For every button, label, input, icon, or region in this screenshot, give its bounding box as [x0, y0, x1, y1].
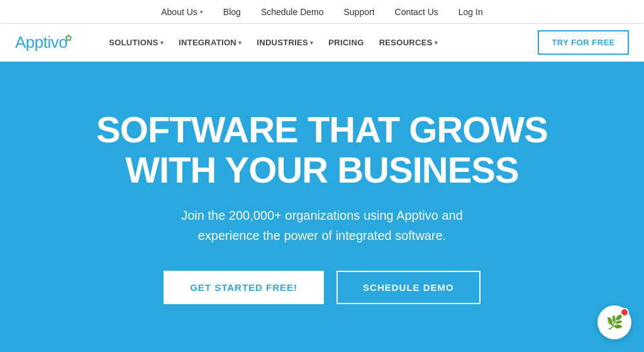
chevron-down-icon: ▾ [200, 9, 203, 15]
topbar-link-blog[interactable]: Blog [223, 7, 241, 17]
top-utility-bar: About Us ▾ Blog Schedule Demo Support Co… [0, 0, 644, 24]
chat-notification-dot [620, 308, 629, 317]
try-for-free-button[interactable]: TRY FOR FREE [538, 30, 629, 55]
logo-text: Apptivo [15, 33, 67, 52]
chat-leaf-icon: 🌿 [606, 314, 623, 331]
nav-integration[interactable]: INTEGRATION ▾ [172, 34, 248, 51]
chevron-down-icon: ▾ [160, 40, 164, 46]
main-nav: Apptivo ✿ SOLUTIONS ▾ INTEGRATION ▾ INDU… [0, 24, 644, 62]
chat-widget[interactable]: 🌿 [597, 305, 631, 339]
chevron-down-icon: ▾ [435, 40, 438, 46]
get-started-button[interactable]: GET STARTED FREE! [164, 271, 324, 304]
nav-industries[interactable]: INDUSTRIES ▾ [250, 34, 319, 51]
chevron-down-icon: ▾ [238, 40, 242, 46]
hero-title: SOFTWARE THAT GROWS WITH YOUR BUSINESS [96, 110, 548, 190]
nav-links: SOLUTIONS ▾ INTEGRATION ▾ INDUSTRIES ▾ P… [103, 34, 538, 51]
nav-resources[interactable]: RESOURCES ▾ [373, 34, 444, 51]
topbar-link-login[interactable]: Log In [458, 7, 483, 17]
topbar-link-schedule[interactable]: Schedule Demo [261, 7, 324, 17]
chevron-down-icon: ▾ [310, 40, 313, 46]
topbar-link-support[interactable]: Support [344, 7, 375, 17]
hero-section: SOFTWARE THAT GROWS WITH YOUR BUSINESS J… [0, 62, 644, 352]
logo[interactable]: Apptivo ✿ [15, 33, 77, 52]
leaf-icon: ✿ [65, 33, 72, 43]
schedule-demo-button[interactable]: SCHEDULE DEMO [336, 271, 480, 304]
topbar-link-about[interactable]: About Us ▾ [161, 7, 203, 17]
topbar-link-contact[interactable]: Contact Us [395, 7, 438, 17]
hero-subtitle: Join the 200,000+ organizations using Ap… [152, 205, 492, 246]
nav-solutions[interactable]: SOLUTIONS ▾ [103, 34, 170, 51]
hero-buttons: GET STARTED FREE! SCHEDULE DEMO [164, 271, 480, 304]
nav-pricing[interactable]: PRICING [322, 34, 370, 51]
